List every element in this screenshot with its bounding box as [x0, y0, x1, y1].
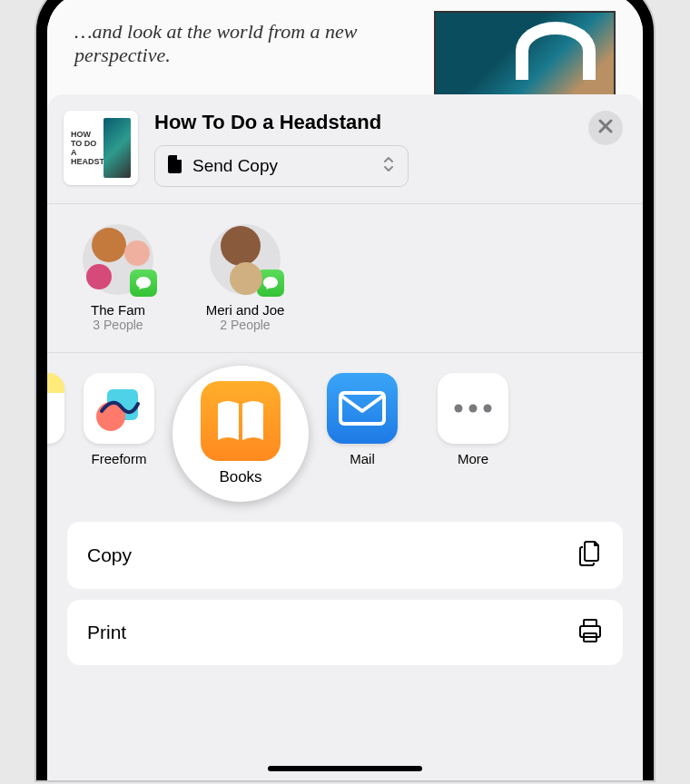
action-copy[interactable]: Copy — [67, 522, 623, 589]
chevron-up-down-icon — [382, 155, 395, 177]
contact-subtitle: 3 People — [93, 318, 143, 332]
contact-subtitle: 2 People — [220, 318, 270, 332]
print-icon — [577, 618, 603, 647]
contact-name: The Fam — [91, 302, 145, 318]
mail-icon — [327, 373, 398, 444]
thumbnail-art — [104, 118, 131, 178]
svg-rect-2 — [340, 393, 384, 424]
copy-icon — [577, 540, 603, 571]
action-label: Print — [87, 622, 126, 643]
share-sheet-header: HOW TO DO A HEADSTAND How To Do a Headst… — [47, 94, 643, 204]
contact-avatar — [83, 224, 153, 295]
app-mail[interactable]: Mail — [327, 373, 398, 466]
books-icon — [201, 381, 281, 461]
contact-avatar — [210, 224, 281, 295]
messages-badge-icon — [257, 270, 284, 297]
actions-list: Copy Print — [47, 522, 643, 665]
svg-point-4 — [469, 405, 478, 413]
background-text: …and look at the world from a new perspe… — [74, 11, 434, 102]
app-freeform[interactable]: Freeform — [84, 373, 154, 466]
app-notes[interactable] — [47, 373, 56, 444]
thumbnail-title: HOW TO DO A HEADSTAND — [71, 118, 104, 178]
header-main: How To Do a Headstand Send Copy — [154, 111, 572, 187]
app-more[interactable]: More — [438, 373, 508, 466]
document-thumbnail: HOW TO DO A HEADSTAND — [64, 111, 138, 185]
app-label: Freeform — [92, 451, 147, 466]
svg-point-3 — [455, 405, 463, 413]
svg-point-5 — [484, 405, 492, 413]
contact-name: Meri and Joe — [206, 302, 285, 318]
close-button[interactable] — [588, 111, 623, 145]
contacts-row: The Fam 3 People Meri and Joe 2 People — [47, 204, 643, 353]
contact-meri-and-joe[interactable]: Meri and Joe 2 People — [200, 224, 291, 332]
document-icon — [168, 155, 183, 177]
send-mode-selector[interactable]: Send Copy — [154, 145, 409, 187]
app-label: Mail — [350, 451, 375, 466]
document-title: How To Do a Headstand — [154, 111, 572, 134]
action-print[interactable]: Print — [67, 600, 623, 665]
more-icon — [438, 373, 508, 444]
app-label: More — [458, 451, 488, 466]
screen: …and look at the world from a new perspe… — [47, 0, 643, 780]
action-label: Copy — [87, 544, 132, 566]
phone-frame: …and look at the world from a new perspe… — [36, 0, 654, 780]
home-indicator[interactable] — [268, 766, 422, 771]
freeform-icon — [84, 373, 154, 444]
apps-row[interactable]: Freeform Books — [47, 353, 643, 522]
contact-the-fam[interactable]: The Fam 3 People — [73, 224, 163, 332]
send-mode-label: Send Copy — [192, 156, 278, 176]
svg-rect-6 — [584, 620, 596, 626]
share-sheet: HOW TO DO A HEADSTAND How To Do a Headst… — [47, 94, 643, 780]
app-books[interactable]: Books — [172, 366, 309, 502]
close-icon — [598, 119, 613, 137]
app-label: Books — [219, 468, 261, 486]
messages-badge-icon — [130, 270, 157, 297]
notes-icon — [47, 373, 64, 444]
